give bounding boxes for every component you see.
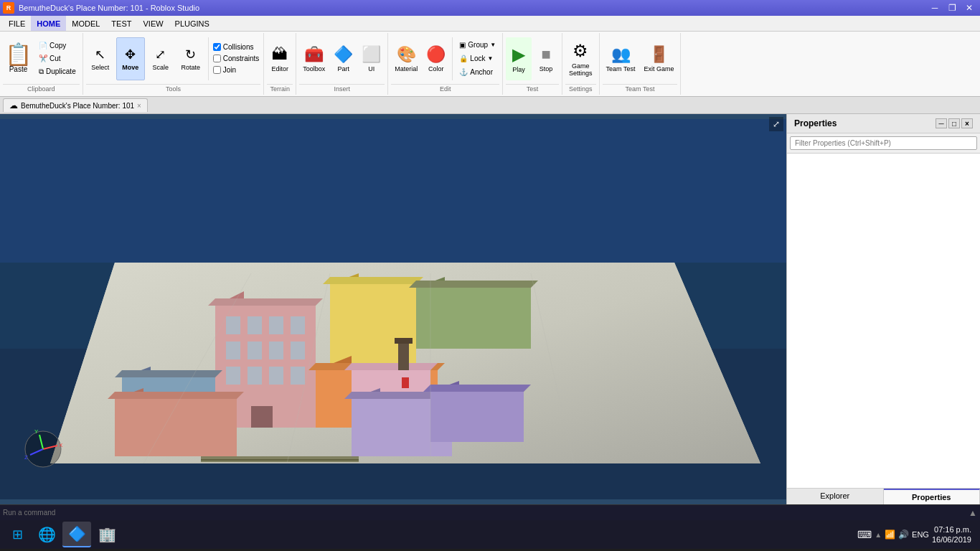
edit-content: 🎨 Material 🔴 Color ▣ Group ▼ 🔒	[391, 34, 499, 83]
clock[interactable]: 07:16 p.m. 16/06/2019	[932, 524, 971, 545]
copy-button[interactable]: 📄 Copy	[35, 39, 80, 52]
game-settings-icon: ⚙	[573, 41, 588, 61]
terrain-label: Terrain	[267, 84, 293, 93]
lock-button[interactable]: 🔒 Lock ▼	[456, 52, 499, 65]
start-button[interactable]: ⊞	[3, 522, 32, 547]
tab-title: BemutheDuck's Place Number: 101	[21, 102, 134, 110]
svg-text:Z: Z	[24, 454, 28, 461]
svg-rect-15	[291, 342, 305, 359]
viewport-expand-button[interactable]: ⤢	[769, 117, 783, 131]
taskbar-other[interactable]: 🏢	[93, 522, 121, 547]
svg-rect-18	[269, 367, 283, 385]
menu-home[interactable]: HOME	[31, 16, 66, 31]
paste-label: Paste	[9, 65, 28, 73]
color-label: Color	[428, 65, 444, 72]
app-icon: R	[3, 2, 14, 14]
settings-content: ⚙ GameSettings	[565, 34, 596, 83]
ribbon-group-settings: ⚙ GameSettings Settings	[562, 33, 600, 95]
tab-bar: ☁ BemutheDuck's Place Number: 101 ×	[0, 97, 980, 114]
keyboard-icon: ⌨	[857, 529, 872, 540]
restore-button[interactable]: ❐	[944, 1, 960, 14]
team-test-button[interactable]: 👥 Team Test	[603, 37, 639, 80]
anchor-label: Anchor	[470, 68, 493, 76]
expand-tray-icon[interactable]: ▲	[875, 531, 882, 539]
menu-view[interactable]: VIEW	[137, 16, 169, 31]
viewport[interactable]: X Y Z ⤢	[0, 114, 786, 504]
ui-button[interactable]: ⬜ UI	[358, 37, 385, 80]
ribbon-group-insert: 🧰 Toolbox 🔷 Part ⬜ UI Insert	[296, 33, 388, 95]
insert-label: Insert	[299, 84, 385, 93]
viewport-tab[interactable]: ☁ BemutheDuck's Place Number: 101 ×	[3, 98, 148, 112]
panel-minimize-button[interactable]: ─	[936, 118, 947, 128]
properties-tab[interactable]: Properties	[884, 489, 981, 504]
exit-game-button[interactable]: 🚪 Exit Game	[640, 37, 677, 80]
clipboard-content: 📋 Paste 📄 Copy ✂️ Cut ⧉ Duplicate	[3, 34, 80, 83]
play-button[interactable]: ▶ Play	[506, 37, 532, 80]
move-label: Move	[122, 64, 138, 71]
group-button[interactable]: ▣ Group ▼	[456, 39, 499, 51]
svg-rect-16	[226, 367, 240, 385]
menu-file[interactable]: FILE	[3, 16, 31, 31]
constraints-input[interactable]	[213, 55, 221, 62]
collisions-checkbox[interactable]: Collisions	[212, 42, 261, 52]
scale-button[interactable]: ⤢ Scale	[146, 37, 175, 80]
cut-button[interactable]: ✂️ Cut	[35, 52, 80, 65]
join-checkbox[interactable]: Join	[212, 65, 261, 75]
group-icon: ▣	[459, 41, 466, 49]
part-label: Part	[338, 65, 350, 72]
edit-divider	[452, 37, 453, 80]
constraints-label: Constraints	[223, 55, 260, 62]
filter-input[interactable]	[790, 136, 977, 150]
rotate-button[interactable]: ↻ Rotate	[176, 37, 205, 80]
join-input[interactable]	[213, 66, 221, 74]
panel-maximize-button[interactable]: □	[948, 118, 960, 128]
scale-label: Scale	[152, 64, 169, 71]
team-test-label: Team Test	[603, 84, 678, 93]
part-button[interactable]: 🔷 Part	[330, 37, 357, 80]
color-button[interactable]: 🔴 Color	[423, 37, 449, 80]
svg-marker-23	[323, 277, 423, 284]
command-input[interactable]	[3, 509, 969, 517]
group-lock-anchor: ▣ Group ▼ 🔒 Lock ▼ ⚓ Anchor	[456, 39, 499, 78]
network-icon: 📶	[885, 529, 895, 540]
explorer-tab[interactable]: Explorer	[787, 489, 884, 504]
duplicate-button[interactable]: ⧉ Duplicate	[35, 65, 80, 78]
stop-button[interactable]: ■ Stop	[533, 37, 559, 80]
svg-rect-8	[226, 316, 240, 334]
constraints-checkbox[interactable]: Constraints	[212, 54, 261, 63]
paste-button[interactable]: 📋 Paste	[3, 42, 34, 75]
panel-controls: ─ □ ×	[936, 118, 973, 128]
editor-label: Editor	[272, 65, 289, 72]
command-arrow[interactable]: ▲	[969, 508, 977, 518]
collisions-label: Collisions	[223, 43, 254, 51]
minimize-button[interactable]: ─	[927, 1, 943, 14]
menu-test[interactable]: TEST	[105, 16, 137, 31]
toolbox-button[interactable]: 🧰 Toolbox	[299, 37, 329, 80]
anchor-button[interactable]: ⚓ Anchor	[456, 66, 499, 78]
lock-arrow: ▼	[487, 55, 493, 62]
menu-model[interactable]: MODEL	[66, 16, 105, 31]
menu-plugins[interactable]: PLUGINS	[169, 16, 215, 31]
tools-label: Tools	[86, 84, 261, 93]
editor-icon: 🏔	[272, 45, 288, 64]
tab-close-button[interactable]: ×	[137, 102, 141, 110]
clock-date: 16/06/2019	[932, 534, 971, 545]
editor-button[interactable]: 🏔 Editor	[267, 37, 293, 80]
taskbar-chrome[interactable]: 🌐	[32, 522, 61, 547]
move-button[interactable]: ✥ Move	[116, 37, 145, 80]
window-title: BemutheDuck's Place Number: 101 - Roblox…	[19, 4, 199, 12]
material-button[interactable]: 🎨 Material	[391, 37, 421, 80]
test-label: Test	[506, 84, 559, 93]
game-settings-button[interactable]: ⚙ GameSettings	[565, 37, 596, 80]
collisions-input[interactable]	[213, 43, 221, 51]
close-button[interactable]: ✕	[961, 1, 977, 14]
stop-label: Stop	[540, 65, 553, 72]
studio-icon: 🔷	[68, 525, 86, 542]
select-button[interactable]: ↖ Select	[86, 37, 115, 80]
ribbon-group-clipboard: 📋 Paste 📄 Copy ✂️ Cut ⧉ Duplicate	[0, 33, 83, 95]
panel-close-button[interactable]: ×	[961, 118, 973, 128]
ribbon-content: 📋 Paste 📄 Copy ✂️ Cut ⧉ Duplicate	[0, 32, 980, 96]
duplicate-label: Duplicate	[46, 67, 76, 75]
taskbar-studio[interactable]: 🔷	[62, 522, 91, 547]
anchor-icon: ⚓	[459, 68, 468, 76]
